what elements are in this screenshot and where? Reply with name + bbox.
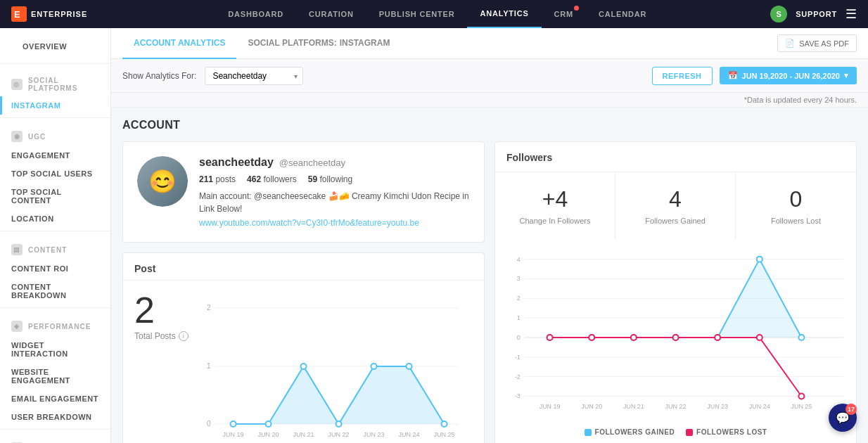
svg-text:JUN 24: JUN 24	[749, 403, 770, 410]
nav-calendar[interactable]: CALENDAR	[586, 0, 659, 28]
svg-point-12	[336, 421, 342, 427]
total-posts-number: 2	[134, 289, 191, 331]
followers-chart-area: 4 3 2 1 0 -1 -2 -3	[495, 239, 856, 423]
change-number: +4	[504, 186, 606, 212]
svg-text:JUN 19: JUN 19	[222, 431, 243, 438]
sidebar-item-content-roi[interactable]: CONTENT ROI	[0, 259, 110, 278]
sidebar-item-user-breakdown[interactable]: USER BREAKDOWN	[0, 408, 110, 426]
sidebar-item-engagement[interactable]: ENGAGEMENT	[0, 146, 110, 165]
analytics-toolbar: Show Analytics For: Seancheetday REFRESH…	[111, 59, 868, 93]
sidebar-item-overview[interactable]: OVERVIEW	[11, 35, 99, 58]
account-section-title: ACCOUNT	[122, 119, 857, 131]
toolbar-right: REFRESH 📅 JUN 19,2020 - JUN 26,2020 ▾	[652, 67, 857, 85]
change-label: Change In Followers	[504, 217, 606, 225]
main-content: ACCOUNT ANALYTICS SOCIAL PLATFORMS: INST…	[111, 28, 868, 443]
svg-point-14	[407, 364, 412, 369]
chat-bubble[interactable]: 💬 17	[829, 404, 857, 432]
toolbar-left: Show Analytics For: Seancheetday	[122, 67, 303, 85]
profile-card: 😊 seancheetday @seancheetday 211 posts	[122, 141, 485, 243]
gained-number: 4	[624, 186, 727, 212]
sidebar-item-content-breakdown[interactable]: CONTENT BREAKDOWN	[0, 278, 110, 304]
avatar-image: 😊	[137, 156, 188, 207]
refresh-button[interactable]: REFRESH	[652, 67, 713, 85]
svg-point-11	[301, 364, 307, 369]
svg-text:0: 0	[517, 334, 521, 341]
svg-text:-2: -2	[515, 373, 521, 380]
svg-text:2: 2	[517, 295, 521, 302]
legend-lost: FOLLOWERS LOST	[686, 428, 767, 436]
svg-point-49	[631, 335, 637, 340]
brand-icon: E	[11, 6, 27, 22]
svg-text:JUN 22: JUN 22	[665, 403, 687, 410]
profile-details: seancheetday @seancheetday 211 posts 462…	[199, 156, 470, 228]
post-chart-title: Post	[123, 253, 484, 281]
profile-avatar: 😊	[137, 156, 188, 207]
svg-point-10	[266, 421, 272, 427]
post-chart-svg: 2 1 0	[191, 289, 473, 443]
gained-legend-color	[585, 429, 592, 436]
sidebar-item-location[interactable]: LOCATION	[0, 210, 110, 228]
profile-link[interactable]: www.youtube.com/watch?v=Cy3I0-tfrMo&feat…	[199, 218, 470, 228]
sidebar-commerce-section: 🛒 COMMERCE	[0, 432, 110, 443]
sidebar-item-widget-interaction[interactable]: WIDGET INTERACTION	[0, 336, 110, 363]
crm-badge	[574, 6, 579, 11]
sidebar-divider-2	[0, 117, 110, 118]
svg-point-50	[673, 335, 679, 340]
sidebar: OVERVIEW ◎ SOCIAL PLATFORMS INSTAGRAM ◉ …	[0, 28, 111, 443]
svg-point-47	[547, 335, 553, 340]
account-dropdown[interactable]: Seancheetday	[205, 67, 303, 85]
menu-icon[interactable]: ☰	[845, 6, 857, 22]
svg-text:JUN 25: JUN 25	[433, 431, 454, 438]
save-pdf-button[interactable]: 📄 SAVE AS PDF	[777, 34, 857, 52]
nav-dashboard[interactable]: DASHBOARD	[215, 0, 296, 28]
svg-point-51	[715, 335, 720, 340]
svg-text:JUN 19: JUN 19	[540, 403, 561, 410]
svg-text:JUN 23: JUN 23	[363, 431, 384, 438]
post-chart-card: Post 2 Total Posts i 2	[122, 252, 485, 443]
nav-crm[interactable]: CRM	[542, 0, 586, 28]
sidebar-item-website-engagement[interactable]: WEBSITE ENGAGEMENT	[0, 363, 110, 390]
change-in-followers-stat: +4 Change In Followers	[495, 172, 615, 239]
sidebar-item-top-social-content[interactable]: TOP SOCIAL CONTENT	[0, 183, 110, 210]
sidebar-item-email-engagement[interactable]: EMAIL ENGAGEMENT	[0, 390, 110, 408]
svg-text:JUN 21: JUN 21	[623, 403, 644, 410]
svg-point-9	[231, 421, 236, 427]
tabs-bar: ACCOUNT ANALYTICS SOCIAL PLATFORMS: INST…	[111, 28, 868, 59]
tab-account-analytics[interactable]: ACCOUNT ANALYTICS	[122, 28, 236, 59]
nav-analytics[interactable]: ANALYTICS	[467, 0, 541, 28]
top-navigation: E ENTERPRISE DASHBOARD CURATION PUBLISH …	[0, 0, 868, 28]
brand-logo[interactable]: E ENTERPRISE	[11, 6, 87, 22]
info-icon[interactable]: i	[179, 331, 189, 341]
sidebar-item-top-social-users[interactable]: TOP SOCIAL USERS	[0, 165, 110, 183]
nav-publish-center[interactable]: PUBLISH CENTER	[366, 0, 468, 28]
gained-label: Followers Gained	[624, 217, 727, 225]
ugc-icon: ◉	[11, 131, 23, 142]
support-button[interactable]: SUPPORT	[796, 10, 837, 18]
followers-lost-stat: 0 Followers Lost	[736, 172, 856, 239]
pdf-icon: 📄	[785, 39, 795, 48]
sidebar-label-content: ▤ CONTENT	[11, 244, 110, 255]
svg-text:2: 2	[207, 304, 211, 312]
followers-chart-svg: 4 3 2 1 0 -1 -2 -3	[501, 245, 850, 420]
nav-curation[interactable]: CURATION	[296, 0, 366, 28]
user-avatar[interactable]: S	[770, 6, 787, 23]
svg-text:4: 4	[517, 256, 521, 263]
svg-point-53	[798, 393, 804, 399]
svg-text:1: 1	[207, 362, 211, 370]
sidebar-ugc-section: ◉ UGC	[0, 121, 110, 146]
followers-stats-row: +4 Change In Followers 4 Followers Gaine…	[495, 172, 856, 239]
date-range-button[interactable]: 📅 JUN 19,2020 - JUN 26,2020 ▾	[720, 67, 857, 84]
sidebar-content-section: ▤ CONTENT	[0, 234, 110, 259]
followers-gained-stat: 4 Followers Gained	[615, 172, 736, 239]
svg-marker-8	[234, 366, 445, 424]
account-grid: 😊 seancheetday @seancheetday 211 posts	[122, 141, 857, 443]
sidebar-label-social-platforms: ◎ SOCIAL PLATFORMS	[11, 77, 110, 92]
total-posts-label: Total Posts i	[134, 331, 191, 341]
lost-legend-color	[686, 429, 693, 436]
chevron-down-icon: ▾	[844, 71, 848, 80]
tab-social-platforms[interactable]: SOCIAL PLATFORMS: INSTAGRAM	[236, 28, 401, 59]
svg-point-46	[798, 335, 804, 340]
sidebar-item-instagram[interactable]: INSTAGRAM	[0, 96, 110, 115]
svg-text:1: 1	[517, 314, 521, 321]
lost-label: Followers Lost	[744, 217, 848, 225]
